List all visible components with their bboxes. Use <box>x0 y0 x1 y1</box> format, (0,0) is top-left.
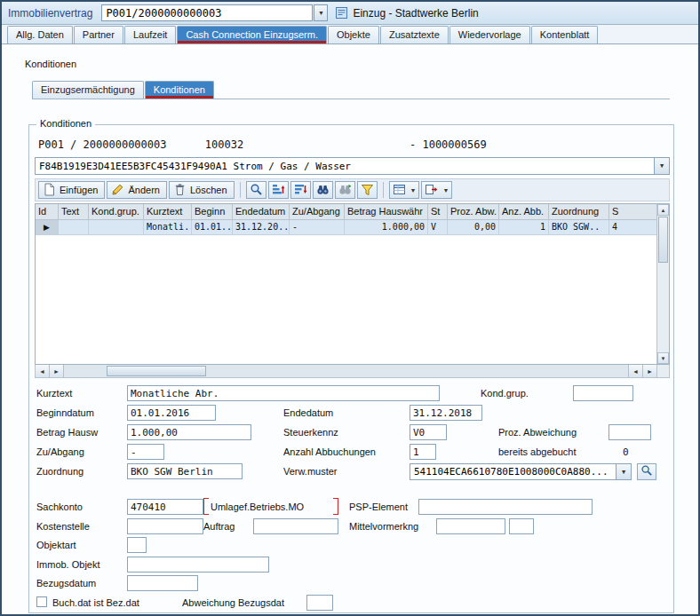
row-selector-cell[interactable]: ▶ <box>36 220 59 235</box>
cell-kurztext[interactable]: Monatli.. <box>144 220 192 235</box>
betrag-hausw-field[interactable] <box>127 424 251 440</box>
export-icon <box>425 183 438 198</box>
contract-icon <box>335 6 348 20</box>
col-header-zuordnung[interactable]: Zuordnung <box>549 204 609 220</box>
caret-down-icon: ▼ <box>410 187 417 193</box>
scroll-up-icon[interactable]: ▲ <box>657 204 669 216</box>
sort-descending-button[interactable] <box>290 181 311 199</box>
col-header-prozabw[interactable]: Proz. Abw. <box>448 204 499 220</box>
detail-button[interactable] <box>246 181 266 199</box>
steuerkennz-field[interactable] <box>410 424 447 440</box>
cell-zuordnung[interactable]: BKO SGW.. <box>549 220 609 235</box>
mittelvormerkng-pos-field[interactable] <box>509 518 534 534</box>
contract-id-history-dropdown[interactable]: ▼ <box>314 4 328 21</box>
bereits-abgebucht-label: bereits abgebucht <box>498 446 576 457</box>
buchdat-checkbox[interactable] <box>36 596 47 607</box>
kondgrup-label: Kond.grup. <box>481 388 529 399</box>
verw-muster-display-button[interactable] <box>637 463 656 480</box>
abweichung-bezugsdat-field[interactable] <box>306 595 333 611</box>
scroll-right-icon[interactable]: ► <box>50 365 64 377</box>
filter-icon <box>361 183 374 198</box>
psp-element-field[interactable] <box>418 499 593 515</box>
header-bar: Immobilienvertrag ▼ Einzug - Stadtwerke … <box>2 2 698 25</box>
contract-id-input[interactable] <box>101 4 313 21</box>
contract-field-label: Immobilienvertrag <box>8 7 92 20</box>
horizontal-scroll-thumb[interactable] <box>107 366 206 376</box>
change-button[interactable]: Ändern <box>107 181 166 199</box>
insert-button[interactable]: Einfügen <box>38 181 105 199</box>
endedatum-label: Endedatum <box>283 407 333 418</box>
delete-button[interactable]: Löschen <box>169 181 235 199</box>
scroll-down-icon[interactable]: ▼ <box>657 352 669 364</box>
tab-partner[interactable]: Partner <box>74 26 123 43</box>
scroll-left-icon[interactable]: ◄ <box>628 365 642 377</box>
objektart-field[interactable] <box>127 537 147 553</box>
konditionen-groupbox: Konditionen P001 / 2000000000003 100032 … <box>28 124 674 613</box>
auftrag-field[interactable] <box>253 518 338 534</box>
export-menu-button[interactable]: ▼ <box>421 181 452 199</box>
immob-objekt-field[interactable] <box>127 557 269 573</box>
col-header-kurztext[interactable]: Kurztext <box>144 204 192 220</box>
filter-button[interactable] <box>357 181 378 199</box>
table-vertical-scrollbar[interactable]: ▲ ▼ <box>656 204 669 364</box>
cell-prozabw[interactable]: 0,00 <box>448 220 499 235</box>
table-horizontal-scrollbar[interactable]: ◄ ► ◄ ► <box>35 365 670 378</box>
tab-zusatztexte[interactable]: Zusatztexte <box>380 26 449 43</box>
find-next-button[interactable] <box>335 181 355 199</box>
table-row[interactable]: ▶ Monatli.. 01.01.. 31.12.20.. - 1.000,0… <box>36 220 669 235</box>
cell-zuabgang[interactable]: - <box>290 220 345 235</box>
cell-betrag[interactable]: 1.000,00 <box>345 220 428 235</box>
tab-objekte[interactable]: Objekte <box>328 26 379 43</box>
zuordnung-field[interactable] <box>127 463 243 479</box>
abweichung-bezugsdat-label: Abweichung Bezugsdat <box>182 597 284 608</box>
vertical-scroll-thumb[interactable] <box>658 217 668 263</box>
col-header-st[interactable]: St <box>428 204 448 220</box>
col-header-id[interactable]: Id <box>36 204 59 220</box>
kostenstelle-field[interactable] <box>127 518 203 534</box>
col-header-betrag[interactable]: Betrag Hauswähr <box>345 204 428 220</box>
cell-anzabb[interactable]: 1 <box>499 220 549 235</box>
tab-laufzeit[interactable]: Laufzeit <box>124 26 177 43</box>
col-header-zuabgang[interactable]: Zu/Abgang <box>290 204 345 220</box>
sort-ascending-button[interactable] <box>268 181 289 199</box>
scroll-right-icon[interactable]: ► <box>642 365 656 377</box>
col-header-beginn[interactable]: Beginn <box>192 204 233 220</box>
cell-st[interactable]: V <box>428 220 448 235</box>
kondgrup-field[interactable] <box>573 385 633 401</box>
endedatum-field[interactable] <box>410 405 482 421</box>
zu-abgang-field[interactable] <box>127 444 164 460</box>
bezugsdatum-label: Bezugsdatum <box>36 578 96 588</box>
kurztext-field[interactable] <box>127 385 440 401</box>
cell-beginn[interactable]: 01.01.. <box>192 220 233 235</box>
views-menu-button[interactable]: ▼ <box>389 181 420 199</box>
col-header-anzabb[interactable]: Anz. Abb. <box>499 204 549 220</box>
proz-abweichung-field[interactable] <box>609 424 651 440</box>
views-icon <box>393 183 406 198</box>
anzahl-abbuchungen-field[interactable] <box>410 444 436 460</box>
scroll-left-icon[interactable]: ◄ <box>36 365 50 377</box>
cell-kondgrup[interactable] <box>89 220 144 235</box>
umlagef-betriebskosten-field[interactable]: Umlagef.Betriebs.MO <box>203 498 338 515</box>
find-button[interactable] <box>313 181 333 199</box>
verw-muster-select[interactable]: 541104ECA6610780E1008000C0A880... ▼ <box>410 463 632 480</box>
col-header-kondgrup[interactable]: Kond.grup. <box>89 204 144 220</box>
tab-wiedervorlage[interactable]: Wiedervorlage <box>449 26 530 43</box>
chevron-down-icon[interactable]: ▼ <box>616 464 631 479</box>
mittelvormerkng-field[interactable] <box>436 518 505 534</box>
cell-text[interactable] <box>59 220 89 235</box>
horizontal-scroll-track[interactable] <box>64 365 628 377</box>
tab-allg-daten[interactable]: Allg. Daten <box>7 26 73 43</box>
col-header-endedatum[interactable]: Endedatum <box>233 204 290 220</box>
subtab-einzugsermaechtigung[interactable]: Einzugsermächtigung <box>32 81 144 99</box>
chevron-down-icon[interactable]: ▼ <box>654 158 669 174</box>
subtab-konditionen[interactable]: Konditionen <box>145 81 214 99</box>
tab-cash-connection-einzugserm[interactable]: Cash Connection Einzugserm. <box>177 26 327 43</box>
condition-select[interactable]: F84B1919E3D41EE5B3FC45431F9490A1 Strom /… <box>35 157 670 175</box>
cell-endedatum[interactable]: 31.12.20.. <box>233 220 290 235</box>
bezugsdatum-field[interactable] <box>127 575 198 591</box>
business-entity-key: - 1000000569 <box>410 138 487 151</box>
sachkonto-field[interactable] <box>127 499 203 515</box>
tab-kontenblatt[interactable]: Kontenblatt <box>531 26 599 43</box>
beginndatum-field[interactable] <box>127 405 216 421</box>
col-header-text[interactable]: Text <box>59 204 89 220</box>
